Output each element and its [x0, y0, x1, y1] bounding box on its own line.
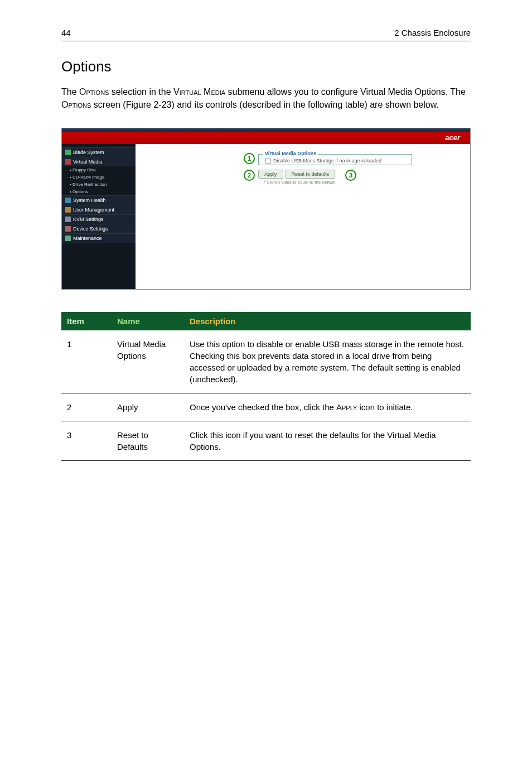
col-description: Description — [184, 312, 471, 330]
page-title: Options — [61, 58, 471, 75]
sidebar-item-label: KVM Settings — [73, 217, 104, 222]
cell-desc: Use this option to disable or enable USB… — [184, 330, 471, 393]
cell-desc: Click this icon if you want to reset the… — [184, 421, 471, 461]
cell-item: 1 — [61, 330, 112, 393]
fieldset-legend: Virtual Media Options — [263, 151, 318, 156]
sidebar-sub-cdrom[interactable]: • CD-ROM Image — [62, 174, 136, 181]
intro-text: selection in the — [109, 87, 173, 97]
intro-sc-virtual-media: Virtual Media — [173, 87, 225, 97]
sidebar-item-system-health[interactable]: System Health — [62, 195, 136, 205]
desc-text: Once you've checked the box, click the — [190, 402, 336, 412]
sidebar-item-maintenance[interactable]: Maintenance — [62, 233, 136, 243]
stored-value-hint: * Stored value is equal to the default. — [264, 180, 412, 185]
desc-sc-apply: Apply — [336, 402, 357, 412]
health-icon — [65, 198, 71, 203]
cell-item: 2 — [61, 393, 112, 421]
intro-paragraph: The Options selection in the Virtual Med… — [61, 85, 471, 111]
sidebar-sub-options[interactable]: • Options — [62, 188, 136, 195]
col-name: Name — [112, 312, 184, 330]
reset-defaults-button[interactable]: Reset to defaults — [286, 170, 336, 179]
intro-text: screen (Figure 2-23) and its controls (d… — [91, 100, 438, 109]
intro-text: The — [61, 87, 79, 97]
apply-button[interactable]: Apply — [258, 170, 283, 179]
sidebar-item-user-management[interactable]: User Management — [62, 205, 136, 214]
brand-logo: acer — [445, 133, 460, 142]
sidebar-sub-label: CD-ROM Image — [72, 175, 104, 180]
sidebar-nav: Blade System Virtual Media • Floppy Disk… — [62, 144, 136, 289]
chapter-title: 2 Chassis Enclosure — [394, 28, 471, 37]
table-row: 2 Apply Once you've checked the box, cli… — [61, 393, 471, 421]
sidebar-item-label: Blade System — [73, 150, 104, 155]
sidebar-item-label: Device Settings — [73, 226, 108, 232]
gear-icon — [65, 226, 71, 232]
sidebar-item-virtual-media[interactable]: Virtual Media — [62, 157, 136, 166]
cell-name: Virtual Media Options — [112, 330, 184, 393]
sidebar-item-kvm-settings[interactable]: KVM Settings — [62, 214, 136, 224]
users-icon — [65, 207, 71, 213]
page-number: 44 — [61, 28, 71, 37]
virtual-media-options-fieldset: Virtual Media Options Disable USB Mass S… — [258, 154, 412, 165]
blade-icon — [65, 150, 71, 155]
cell-item: 3 — [61, 421, 112, 461]
cell-desc: Once you've checked the box, click the A… — [184, 393, 471, 421]
sidebar-item-label: Maintenance — [73, 236, 102, 241]
sidebar-sub-floppy[interactable]: • Floppy Disk — [62, 166, 136, 174]
cell-name: Reset to Defaults — [112, 421, 184, 461]
desc-text: icon to initiate. — [357, 402, 413, 412]
col-item: Item — [61, 312, 112, 330]
table-row: 3 Reset to Defaults Click this icon if y… — [61, 421, 471, 461]
callout-1: 1 — [244, 153, 255, 164]
page-header: 44 2 Chassis Enclosure — [61, 28, 471, 37]
cell-name: Apply — [112, 393, 184, 421]
sidebar-sub-label: Options — [72, 189, 88, 194]
sidebar-item-device-settings[interactable]: Device Settings — [62, 224, 136, 233]
sidebar-item-blade-system[interactable]: Blade System — [62, 147, 136, 157]
disable-usb-label: Disable USB Mass Storage if no image is … — [273, 158, 381, 164]
intro-sc-options: Options — [79, 87, 109, 97]
sidebar-sub-label: Drive Redirection — [72, 182, 107, 187]
options-panel: Virtual Media Options Disable USB Mass S… — [258, 154, 412, 185]
content-pane: Virtual Media Options Disable USB Mass S… — [136, 144, 470, 289]
sidebar-sub-label: Floppy Disk — [72, 167, 96, 172]
screenshot-figure: acer Blade System Virtual Media • Floppy… — [61, 128, 471, 290]
kvm-icon — [65, 217, 71, 222]
disable-usb-checkbox[interactable] — [265, 158, 271, 164]
controls-table: Item Name Description 1 Virtual Media Op… — [61, 312, 471, 461]
table-row: 1 Virtual Media Options Use this option … — [61, 330, 471, 393]
header-rule — [61, 41, 471, 41]
callout-2: 2 — [244, 170, 255, 181]
sidebar-sub-drive-redirection[interactable]: • Drive Redirection — [62, 181, 136, 188]
sidebar-item-label: User Management — [73, 207, 114, 213]
brand-bar: acer — [62, 132, 470, 144]
intro-sc-options2: Options — [61, 100, 91, 109]
media-icon — [65, 159, 71, 165]
wrench-icon — [65, 236, 71, 241]
callout-3: 3 — [345, 170, 356, 181]
disable-usb-row: Disable USB Mass Storage if no image is … — [265, 158, 405, 164]
sidebar-item-label: Virtual Media — [73, 159, 102, 165]
sidebar-item-label: System Health — [73, 198, 106, 203]
intro-text: submenu allows you to configure Virtual … — [225, 87, 466, 97]
